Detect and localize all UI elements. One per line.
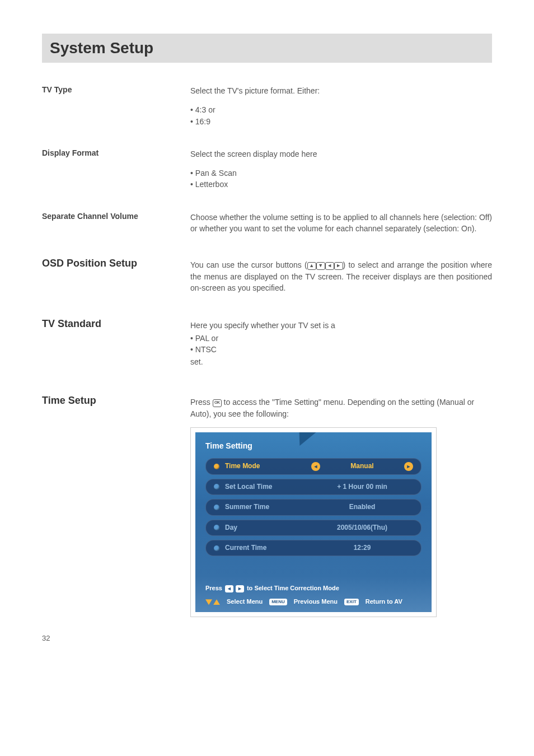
time-setup-heading: Time Setup (42, 395, 190, 617)
right-arrow-icon: ► (334, 262, 343, 270)
footer-previous-menu: Previous Menu (294, 598, 338, 606)
menu-row: Day◄2005/10/06(Thu)► (205, 520, 421, 536)
menu-dot-icon (214, 525, 219, 530)
down-arrow-icon: ▼ (316, 262, 325, 270)
page-title-bar: System Setup (42, 34, 492, 63)
footer-up-icon (213, 599, 220, 605)
hint-left-icon: ◄ (225, 585, 233, 592)
footer-select-menu: Select Menu (227, 598, 263, 606)
tv-type-item: 4:3 or (190, 104, 492, 115)
separate-channel-volume-label: Separate Channel Volume (42, 212, 190, 221)
menu-row-name: Time Mode (225, 461, 311, 471)
page-title: System Setup (50, 39, 484, 57)
display-format-item: Letterbox (190, 179, 492, 190)
screenshot-footer: Select Menu MENU Previous Menu EXIT Retu… (205, 598, 421, 606)
hint-right-icon: ► (236, 585, 244, 592)
separate-channel-volume-text: Choose whether the volume setting is to … (190, 212, 492, 235)
menu-row-name: Set Local Time (225, 482, 311, 492)
menu-row-value: Manual (320, 461, 404, 471)
menu-right-arrow-icon: ► (404, 462, 413, 471)
up-arrow-icon: ▲ (307, 262, 316, 270)
time-setting-screenshot: Time Setting Time Mode◄Manual►Set Local … (190, 427, 437, 617)
menu-left-arrow-icon: ◄ (311, 462, 320, 471)
screenshot-hint: Press ◄► to Select Time Correction Mode (205, 584, 421, 593)
tv-standard-outro: set. (190, 356, 492, 367)
menu-row: Time Mode◄Manual► (205, 458, 421, 474)
menu-row-name: Summer Time (225, 502, 311, 512)
tv-standard-item: NTSC (190, 344, 492, 355)
footer-menu-tag: MENU (269, 599, 287, 605)
menu-row-name: Current Time (225, 543, 311, 553)
menu-row-name: Day (225, 523, 311, 533)
menu-row-value: 12:29 (320, 543, 404, 553)
menu-row: Current Time◄12:29► (205, 540, 421, 556)
time-setup-text: Press OK to access the "Time Setting" me… (190, 396, 492, 419)
menu-dot-icon (214, 484, 219, 489)
display-format-item: Pan & Scan (190, 167, 492, 179)
left-arrow-icon: ◄ (325, 262, 334, 270)
osd-position-text: You can use the cursor buttons (▲▼◄►) to… (190, 259, 492, 293)
screenshot-title: Time Setting (205, 440, 421, 451)
menu-dot-icon (214, 545, 219, 551)
menu-row: Set Local Time◄+ 1 Hour 00 min► (205, 479, 421, 495)
menu-row-value: + 1 Hour 00 min (320, 482, 404, 492)
page-number: 32 (42, 634, 492, 642)
menu-row: Summer Time◄Enabled► (205, 499, 421, 515)
footer-down-icon (205, 599, 212, 605)
display-format-label: Display Format (42, 148, 190, 157)
tv-standard-item: PAL or (190, 333, 492, 344)
menu-row-value: Enabled (320, 502, 404, 512)
tv-type-intro: Select the TV's picture format. Either: (190, 85, 492, 96)
tv-standard-intro: Here you specify whether your TV set is … (190, 320, 492, 331)
menu-dot-icon (214, 464, 219, 469)
tv-standard-heading: TV Standard (42, 318, 190, 375)
ok-button-icon: OK (213, 399, 222, 407)
menu-dot-icon (214, 505, 219, 510)
osd-position-heading: OSD Position Setup (42, 258, 190, 301)
footer-exit-tag: EXIT (344, 599, 359, 605)
footer-return-av: Return to AV (366, 598, 402, 606)
menu-row-value: 2005/10/06(Thu) (320, 523, 404, 533)
tv-type-item: 16:9 (190, 116, 492, 127)
display-format-intro: Select the screen display mode here (190, 148, 492, 160)
tv-type-label: TV Type (42, 85, 190, 94)
